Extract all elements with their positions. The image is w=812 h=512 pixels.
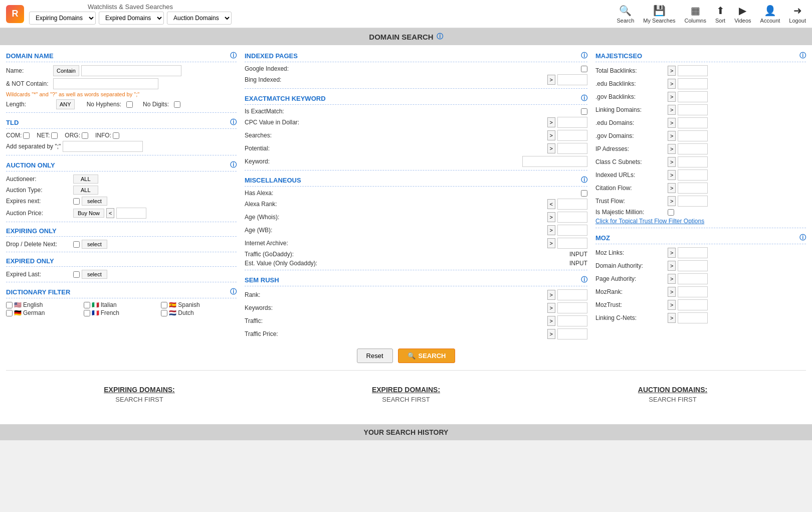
dictionary-filter-help-icon[interactable]: ⓘ	[230, 287, 237, 296]
age-wb-input[interactable]	[557, 225, 587, 236]
indexed-pages-help-icon[interactable]: ⓘ	[581, 51, 587, 60]
age-whois-input[interactable]	[557, 212, 587, 223]
dict-dutch-checkbox[interactable]	[161, 310, 167, 316]
google-indexed-checkbox[interactable]	[581, 66, 587, 72]
bing-indexed-gt-button[interactable]: >	[547, 75, 555, 85]
edu-domains-input[interactable]	[678, 117, 708, 128]
class-c-subnets-input[interactable]	[678, 156, 708, 167]
dict-english-checkbox[interactable]	[6, 302, 13, 308]
linking-c-nets-gt[interactable]: >	[668, 313, 676, 323]
cpc-gt-button[interactable]: >	[547, 117, 555, 127]
auction-type-all-button[interactable]: ALL	[73, 186, 98, 195]
tld-help-icon[interactable]: ⓘ	[230, 118, 237, 127]
has-alexa-checkbox[interactable]	[581, 190, 587, 197]
tld-com-checkbox[interactable]	[23, 132, 30, 139]
moztrust-input[interactable]	[678, 299, 708, 310]
expiring-domains-dropdown[interactable]: Expiring Domains	[29, 12, 96, 25]
dict-german-checkbox[interactable]	[6, 310, 13, 316]
page-title-help-icon[interactable]: ⓘ	[437, 32, 443, 41]
search-button[interactable]: 🔍 SEARCH	[398, 349, 456, 363]
sem-rank-gt-button[interactable]: >	[547, 290, 555, 300]
domain-authority-input[interactable]	[678, 260, 708, 271]
moz-links-gt[interactable]: >	[668, 248, 676, 258]
class-c-subnets-gt[interactable]: >	[668, 157, 676, 167]
sem-rush-help-icon[interactable]: ⓘ	[581, 275, 587, 284]
no-hyphens-checkbox[interactable]	[126, 101, 133, 108]
domain-name-help-icon[interactable]: ⓘ	[230, 51, 237, 60]
auction-domains-dropdown[interactable]: Auction Domains	[167, 12, 232, 25]
mozrank-input[interactable]	[678, 286, 708, 297]
nav-videos[interactable]: ▶ Videos	[734, 5, 751, 24]
dict-spanish-checkbox[interactable]	[161, 302, 167, 308]
domain-authority-gt[interactable]: >	[668, 261, 676, 271]
age-whois-gt-button[interactable]: >	[547, 212, 555, 222]
sem-traffic-price-gt-button[interactable]: >	[547, 329, 555, 339]
ip-adresses-input[interactable]	[678, 143, 708, 154]
tld-net-checkbox[interactable]	[51, 132, 58, 139]
citation-flow-input[interactable]	[678, 183, 708, 194]
sem-traffic-input[interactable]	[557, 315, 587, 326]
indexed-urls-input[interactable]	[678, 169, 708, 181]
age-wb-gt-button[interactable]: >	[547, 225, 555, 235]
edu-backlinks-input[interactable]	[678, 78, 708, 89]
mozrank-gt[interactable]: >	[668, 287, 676, 297]
total-backlinks-input[interactable]	[678, 65, 708, 76]
gov-domains-input[interactable]	[678, 130, 708, 141]
total-backlinks-gt[interactable]: >	[668, 66, 676, 76]
moztrust-gt[interactable]: >	[668, 300, 676, 310]
bing-indexed-input[interactable]	[557, 74, 587, 85]
buy-now-button[interactable]: Buy Now	[73, 209, 104, 218]
nav-search[interactable]: 🔍 Search	[617, 5, 635, 24]
expires-next-select-button[interactable]: select	[82, 197, 107, 206]
citation-flow-gt[interactable]: >	[668, 183, 676, 193]
searches-input[interactable]	[557, 130, 587, 141]
alexa-rank-input[interactable]	[557, 199, 587, 210]
sem-rank-input[interactable]	[557, 289, 587, 300]
auction-price-input[interactable]	[116, 208, 146, 219]
edu-backlinks-gt[interactable]: >	[668, 79, 676, 89]
internet-archive-input[interactable]	[557, 238, 587, 249]
auctioneer-all-button[interactable]: ALL	[73, 175, 98, 184]
dict-french-checkbox[interactable]	[84, 310, 90, 316]
nav-logout[interactable]: ➜ Logout	[789, 5, 806, 24]
alexa-rank-lt-button[interactable]: <	[547, 199, 555, 209]
potential-gt-button[interactable]: >	[547, 143, 555, 153]
potential-input[interactable]	[557, 143, 587, 154]
name-input[interactable]	[81, 65, 181, 76]
reset-button[interactable]: Reset	[357, 349, 393, 363]
miscellaneous-help-icon[interactable]: ⓘ	[581, 176, 587, 185]
drop-delete-select-button[interactable]: select	[82, 240, 107, 249]
expired-last-select-button[interactable]: select	[82, 270, 107, 279]
page-authority-gt[interactable]: >	[668, 274, 676, 284]
drop-delete-checkbox[interactable]	[73, 241, 80, 248]
moz-help-icon[interactable]: ⓘ	[799, 233, 806, 242]
linking-domains-input[interactable]	[678, 104, 708, 115]
moz-links-input[interactable]	[678, 247, 708, 258]
sem-traffic-gt-button[interactable]: >	[547, 316, 555, 326]
linking-domains-gt[interactable]: >	[668, 105, 676, 115]
auction-only-help-icon[interactable]: ⓘ	[230, 160, 237, 169]
trust-flow-gt[interactable]: >	[668, 196, 676, 206]
logo[interactable]: R	[6, 5, 24, 23]
no-digits-checkbox[interactable]	[174, 101, 180, 108]
not-contain-input[interactable]	[53, 78, 158, 89]
edu-domains-gt[interactable]: >	[668, 118, 676, 128]
is-majestic-million-checkbox[interactable]	[668, 209, 674, 216]
nav-account[interactable]: 👤 Account	[760, 5, 780, 24]
gov-domains-gt[interactable]: >	[668, 131, 676, 141]
expires-next-checkbox[interactable]	[73, 198, 80, 205]
is-exactmatch-checkbox[interactable]	[581, 108, 587, 115]
gov-backlinks-gt[interactable]: >	[668, 92, 676, 102]
trust-flow-input[interactable]	[678, 196, 708, 207]
contain-button[interactable]: Contain	[53, 65, 79, 76]
any-button[interactable]: ANY	[56, 99, 75, 109]
keyword-input[interactable]	[522, 156, 587, 167]
linking-c-nets-input[interactable]	[678, 312, 708, 323]
page-authority-input[interactable]	[678, 273, 708, 284]
ip-adresses-gt[interactable]: >	[668, 144, 676, 154]
expired-domains-dropdown[interactable]: Expired Domains	[99, 12, 164, 25]
nav-sort[interactable]: ⬆ Sort	[715, 5, 725, 24]
majestic-seo-help-icon[interactable]: ⓘ	[799, 51, 806, 60]
dict-italian-checkbox[interactable]	[84, 302, 90, 308]
exactmatch-help-icon[interactable]: ⓘ	[581, 94, 587, 103]
